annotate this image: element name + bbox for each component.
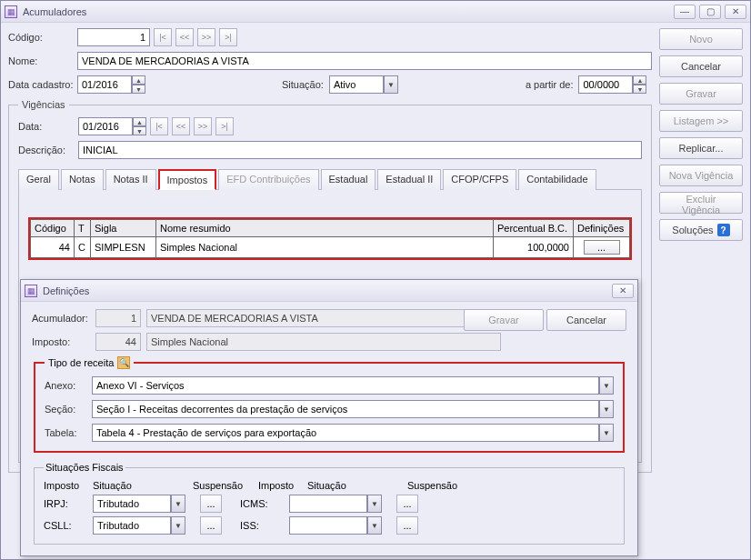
chevron-down-icon[interactable]: ▼ [367,495,382,513]
icms-susp-button[interactable]: ... [396,495,418,513]
data-cadastro-spinner[interactable]: 01/2016 ▲▼ [77,75,145,94]
vig-data-value[interactable]: 01/2016 [78,117,133,135]
def-title: Definições [43,285,608,296]
vig-data-spinner[interactable]: 01/2016 ▲▼ [78,117,146,135]
def-cancelar-button[interactable]: Cancelar [546,309,626,331]
tab-notas[interactable]: Notas [61,169,104,190]
cell-t: C [75,237,91,258]
tab-impostos[interactable]: Impostos [158,169,217,190]
cancelar-button[interactable]: Cancelar [659,55,743,77]
vig-descricao-field[interactable]: INICIAL [78,141,642,159]
iss-combo[interactable]: ▼ [289,516,382,535]
irpj-combo[interactable]: Tributado▼ [93,495,185,513]
spin-down-icon[interactable]: ▼ [633,85,646,94]
nova-vigencia-button[interactable]: Nova Vigência [659,165,743,186]
label-apartir: a partir de: [526,79,574,90]
nav-next-icon[interactable]: >> [197,28,215,46]
chevron-down-icon[interactable]: ▼ [599,376,614,395]
close-button[interactable]: ✕ [725,5,746,19]
apartir-value[interactable]: 00/0000 [578,75,633,94]
spin-up-icon[interactable]: ▲ [133,117,146,126]
vig-nav-prev-icon[interactable]: << [172,117,190,135]
sit-headers: Imposto Situação Suspensão Imposto Situa… [44,480,615,491]
definicoes-button[interactable]: ... [584,240,620,255]
nav-last-icon[interactable]: >| [219,28,237,46]
anexo-combo[interactable]: Anexo VI - Serviços ▼ [92,376,614,395]
spin-down-icon[interactable]: ▼ [132,85,145,94]
excluir-vigencia-button[interactable]: Excluir Vigência [659,192,743,214]
csll-susp-button[interactable]: ... [200,516,222,535]
label-data-cadastro: Data cadastro: [8,79,77,90]
irpj-susp-button[interactable]: ... [200,495,222,513]
apartir-spinner[interactable]: 00/0000 ▲▼ [578,75,646,94]
cell-sigla: SIMPLESN [91,237,156,258]
chevron-down-icon[interactable]: ▼ [384,75,398,94]
tipo-receita-group: Tipo de receita 🔍 Anexo: Anexo VI - Serv… [34,356,625,453]
nav-first-icon[interactable]: |< [154,28,172,46]
solucoes-button[interactable]: Soluções ? [659,219,743,241]
maximize-button[interactable]: ▢ [699,5,721,19]
sit-row-csll: CSLL: Tributado▼ ... ISS: ▼ ... [44,516,615,535]
nav-prev-icon[interactable]: << [175,28,194,46]
codigo-field[interactable]: 1 [77,28,150,46]
gravar-button[interactable]: Gravar [659,83,743,105]
h-susp1: Suspensão [193,480,258,491]
cell-nome: Simples Nacional [156,237,494,258]
label-vig-descricao: Descrição: [18,145,78,155]
spin-up-icon[interactable]: ▲ [633,75,646,85]
chevron-down-icon[interactable]: ▼ [367,516,382,535]
tab-estadual[interactable]: Estadual [321,169,376,190]
secao-value: Seção I - Receitas decorrentes da presta… [92,400,599,418]
chevron-down-icon[interactable]: ▼ [171,516,185,535]
lookup-icon[interactable]: 🔍 [117,356,130,369]
csll-combo[interactable]: Tributado▼ [93,516,185,535]
label-secao: Seção: [45,404,92,415]
h-situacao2: Situação [307,480,407,491]
def-gravar-button[interactable]: Gravar [464,309,544,331]
table-row[interactable]: 44 C SIMPLESN Simples Nacional 100,0000 … [31,237,630,258]
window-title: Acumuladores [23,6,670,17]
label-csll: CSLL: [44,520,93,531]
def-imposto-text: Simples Nacional [146,333,501,351]
th-t: T [75,220,91,237]
novo-button[interactable]: Novo [659,28,743,50]
tab-estadual2[interactable]: Estadual II [377,169,441,190]
situacao-combo[interactable]: Ativo ▼ [329,75,398,94]
label-situacao: Situação: [282,79,324,90]
tabela-combo[interactable]: Tabela 4 - Prestação de serviços para ex… [92,424,614,442]
label-tabela: Tabela: [45,427,92,438]
nome-field[interactable]: VENDA DE MERCADORIAS A VISTA [77,52,652,70]
label-vig-data: Data: [18,121,78,132]
definicoes-window: ▦ Definições ✕ Gravar Cancelar Acumulado… [20,279,638,556]
spin-up-icon[interactable]: ▲ [132,75,145,85]
titlebar: ▦ Acumuladores — ▢ ✕ [1,1,750,23]
iss-susp-button[interactable]: ... [396,516,418,535]
chevron-down-icon[interactable]: ▼ [171,495,185,513]
th-codigo: Código [31,220,75,237]
sit-legend: Situações Fiscais [44,462,125,473]
tab-efd[interactable]: EFD Contribuições [218,169,318,190]
chevron-down-icon[interactable]: ▼ [599,400,614,418]
secao-combo[interactable]: Seção I - Receitas decorrentes da presta… [92,400,614,418]
situacao-value: Ativo [329,75,384,94]
label-anexo: Anexo: [45,380,92,391]
tab-contabilidade[interactable]: Contabilidade [518,169,596,190]
listagem-button[interactable]: Listagem >> [659,110,743,132]
minimize-button[interactable]: — [674,5,696,19]
h-imposto2: Imposto [258,480,307,491]
tab-notas2[interactable]: Notas II [105,169,156,190]
spin-down-icon[interactable]: ▼ [133,126,146,135]
label-def-acumulador: Acumulador: [32,313,95,324]
tabstrip: Geral Notas Notas II Impostos EFD Contri… [18,168,642,190]
icms-combo[interactable]: ▼ [289,495,382,513]
vig-nav-next-icon[interactable]: >> [194,117,212,135]
def-close-button[interactable]: ✕ [612,284,634,298]
tab-cfop[interactable]: CFOP/CFPS [443,169,516,190]
icms-value [289,495,367,513]
chevron-down-icon[interactable]: ▼ [599,424,614,442]
data-cadastro-value[interactable]: 01/2016 [77,75,132,94]
replicar-button[interactable]: Replicar... [659,137,743,159]
vig-nav-last-icon[interactable]: >| [215,117,234,135]
vig-nav-first-icon[interactable]: |< [150,117,168,135]
tab-geral[interactable]: Geral [18,169,59,190]
